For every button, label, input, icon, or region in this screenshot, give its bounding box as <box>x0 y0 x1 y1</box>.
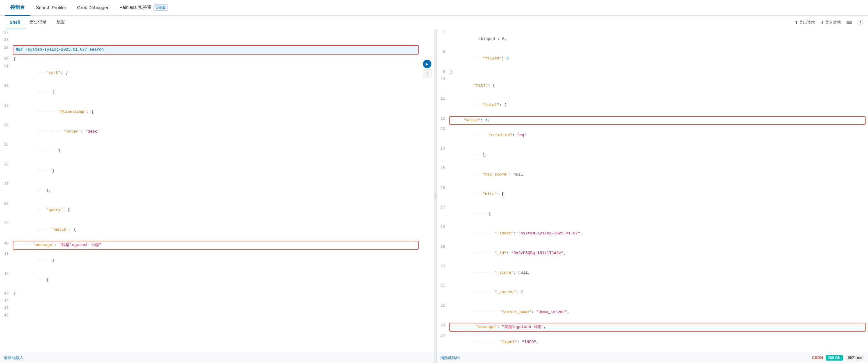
output-status-bar: CSDN 200 OK 6821 ms <box>812 355 864 361</box>
panel-resizer[interactable]: ⋮ <box>434 29 437 363</box>
main-content: 27 28 29 GET /system-syslog-2025.01.07/_… <box>0 29 868 363</box>
table-row: 33 ······ "@timestamp": { <box>0 102 434 122</box>
table-row: 38 ·· "query": { <box>0 201 434 220</box>
tab-settings[interactable]: 配置 <box>52 16 70 29</box>
table-row: 34 ········ "order": "desc" <box>0 122 434 142</box>
table-row: 10 "hits": { <box>437 76 868 95</box>
table-row: 39 ···· "match": { <box>0 220 434 240</box>
export-button[interactable]: ⬆ 导出请求 <box>795 20 815 25</box>
tab-history[interactable]: 历史记录 <box>25 16 52 29</box>
table-row: 21 ······ "_source": { <box>437 282 868 302</box>
sub-nav-tabs: Shell 历史记录 配置 <box>5 16 70 29</box>
table-row: 15 ·· "max_score": null, <box>437 165 868 184</box>
nav-item-painless-lab[interactable]: Painless 实验室 公测版 <box>114 0 173 16</box>
nav-label-painless-lab: Painless 实验室 <box>119 5 152 10</box>
table-row: 44 <box>0 298 434 305</box>
editor-footer: 清除此输入 <box>0 352 434 363</box>
table-row: 42 ·· } <box>0 271 434 290</box>
table-row: 11 ·· "total": { <box>437 95 868 115</box>
top-navigation: 控制台 Search Profiler Grok Debugger Painle… <box>0 0 868 16</box>
table-row: 24 ········ "level": "INFO", <box>437 333 868 352</box>
table-row: 45 <box>0 305 434 312</box>
editor-panel: 27 28 29 GET /system-syslog-2025.01.07/_… <box>0 29 434 363</box>
tab-shell[interactable]: Shell <box>5 16 25 29</box>
help-button[interactable]: ? <box>858 20 863 25</box>
editor-actions: ▶ ⋮ <box>423 60 431 78</box>
table-row: 12 ···· "value": 1, <box>437 116 868 126</box>
table-row: 8 ·· "failed": 0 <box>437 49 868 68</box>
table-row: 37 ·· ], <box>0 181 434 200</box>
beta-badge: 公测版 <box>154 4 168 11</box>
table-row: 46 <box>0 312 434 320</box>
import-button[interactable]: ⬇ 导入请求 <box>820 20 841 25</box>
help-icon: ? <box>858 20 863 25</box>
table-row: 13 ···· "relation": "eq" <box>437 126 868 145</box>
table-row: 35 ······ } <box>0 142 434 161</box>
table-row: 41 ···· } <box>0 251 434 270</box>
table-row: 29 GET /system-syslog-2025.01.07/_search <box>0 44 434 55</box>
table-row: 40 ······ "message": "我是logstash 日志" <box>0 240 434 250</box>
table-row: 23 ········ "message": "我是logstash 日志", <box>437 322 868 332</box>
table-row: 36 ···· } <box>0 161 434 181</box>
keyboard-shortcuts-button[interactable]: ⌨ <box>846 20 852 25</box>
sub-navigation: Shell 历史记录 配置 ⬆ 导出请求 ⬇ 导入请求 ⌨ ? <box>0 16 868 29</box>
clear-output-button[interactable]: 清除此输出 <box>440 355 460 361</box>
value-line: ···· "value": 1, <box>450 116 866 125</box>
import-icon: ⬇ <box>820 20 824 25</box>
clear-input-button[interactable]: 清除此输入 <box>4 355 24 361</box>
table-row: 32 ···· { <box>0 83 434 102</box>
output-panel: 7 skipped : 0, 8 ·· "failed": 0 9 }, 10 <box>437 29 868 363</box>
table-row: 43 } <box>0 290 434 298</box>
table-row: 16 ·· "hits": [ <box>437 185 868 204</box>
table-row: 22 ········ "server_name": "demo_server"… <box>437 302 868 322</box>
csdn-watermark: CSDN <box>812 355 823 360</box>
response-time-badge: 6821 ms <box>845 355 864 361</box>
table-row: 19 ······ "_id": "8x3zP5QBg-l5ltlTCA8e", <box>437 244 868 263</box>
table-row: 17 ···· { <box>437 204 868 224</box>
run-button[interactable]: ▶ <box>423 60 431 68</box>
table-row: 30 { <box>0 56 434 63</box>
message-query-line: ······ "message": "我是logstash 日志" <box>13 241 418 250</box>
output-area[interactable]: 7 skipped : 0, 8 ·· "failed": 0 9 }, 10 <box>437 29 868 352</box>
nav-label-search-profiler: Search Profiler <box>36 5 66 10</box>
nav-item-grok-debugger[interactable]: Grok Debugger <box>71 0 114 16</box>
keyboard-icon: ⌨ <box>846 20 852 25</box>
more-options-button[interactable]: ⋮ <box>423 69 431 78</box>
nav-item-console[interactable]: 控制台 <box>5 0 30 16</box>
export-icon: ⬆ <box>795 20 798 25</box>
status-badge: 200 OK <box>826 355 843 361</box>
table-row: 18 ······ "_index": "system-syslog-2025.… <box>437 224 868 243</box>
nav-item-search-profiler[interactable]: Search Profiler <box>30 0 71 16</box>
nav-label-console: 控制台 <box>10 4 25 11</box>
nav-label-grok-debugger: Grok Debugger <box>77 5 108 10</box>
table-row: 27 <box>0 29 434 37</box>
table-row: 31 ·· "sort": [ <box>0 63 434 83</box>
message-result-line: ········ "message": "我是logstash 日志", <box>450 323 866 332</box>
get-request-line: GET /system-syslog-2025.01.07/_search <box>13 45 418 55</box>
table-row: 20 ······ "_score": null, <box>437 263 868 282</box>
table-row: 9 }, <box>437 68 868 76</box>
table-row: 14 ·· }, <box>437 145 868 165</box>
table-row: 7 skipped : 0, <box>437 29 868 49</box>
sub-nav-actions: ⬆ 导出请求 ⬇ 导入请求 ⌨ ? <box>795 20 863 25</box>
table-row: 28 <box>0 37 434 44</box>
editor-area[interactable]: 27 28 29 GET /system-syslog-2025.01.07/_… <box>0 29 434 352</box>
output-footer: 清除此输出 CSDN 200 OK 6821 ms <box>437 352 868 363</box>
